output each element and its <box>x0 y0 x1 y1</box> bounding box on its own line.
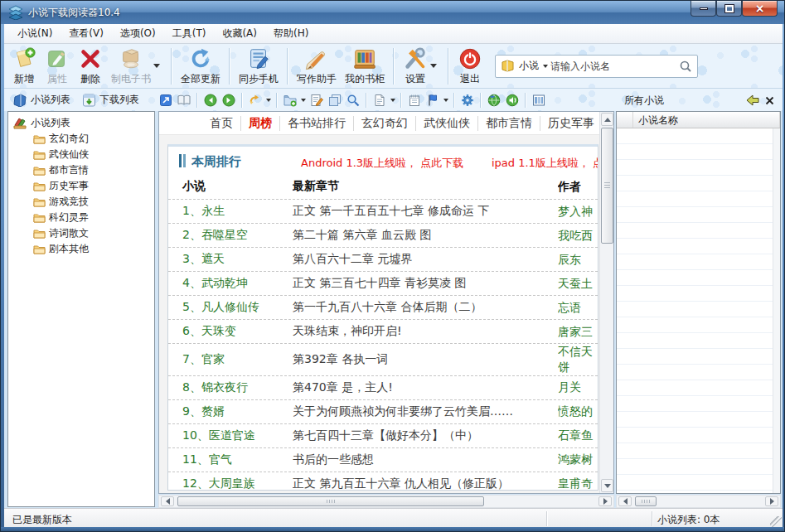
site-nav-link[interactable]: 玄幻奇幻 <box>353 116 415 131</box>
panel-horizontal-scroll-thumb[interactable] <box>635 496 657 506</box>
maximize-button[interactable] <box>716 1 742 17</box>
add-folder-dropdown-icon[interactable] <box>301 99 306 102</box>
author-link[interactable]: 鸿蒙树 <box>558 452 593 466</box>
read-book-button[interactable] <box>175 91 193 109</box>
settings-button[interactable]: 设置 <box>399 45 443 88</box>
novel-name-link[interactable]: 大周皇族 <box>209 476 255 490</box>
audio-button[interactable] <box>503 91 521 109</box>
resize-grip[interactable] <box>770 516 782 528</box>
delete-button[interactable]: 删除 <box>74 45 107 88</box>
panel-horizontal-scrollbar[interactable] <box>616 495 781 508</box>
latest-chapter-link[interactable]: 第八百六十二章 元墟界 <box>293 252 412 265</box>
search-category-dropdown-icon[interactable] <box>543 65 548 68</box>
exit-button[interactable]: 退出 <box>453 45 487 88</box>
tab-download-list[interactable]: 下载列表 <box>76 90 145 109</box>
tree-category[interactable]: 游戏竞技 <box>8 194 154 210</box>
options-button[interactable] <box>458 91 477 109</box>
author-link[interactable]: 石章鱼 <box>558 428 593 442</box>
menu-item[interactable]: 选项(O) <box>112 24 164 43</box>
search-icon[interactable] <box>679 60 692 73</box>
latest-chapter-link[interactable]: 第七百四十三章【做好本分】（中） <box>293 428 478 442</box>
website-button[interactable] <box>485 91 503 109</box>
settings-dropdown-icon[interactable] <box>430 64 437 68</box>
author-link[interactable]: 辰东 <box>558 253 581 266</box>
author-link[interactable]: 唐家三 <box>558 325 593 338</box>
latest-chapter-link[interactable]: 第一千九百八十六章 合体后期（二） <box>293 300 482 313</box>
refresh-button[interactable] <box>246 91 264 109</box>
content-vertical-scrollbar[interactable] <box>599 112 613 493</box>
panel-vertical-scrollbar-track[interactable] <box>773 128 780 493</box>
flag-dropdown-icon[interactable] <box>443 99 448 102</box>
make-ebook-dropdown-icon[interactable] <box>153 64 160 68</box>
tree-category[interactable]: 诗词散文 <box>8 225 154 241</box>
novel-list-selector-column-header[interactable] <box>617 112 633 128</box>
author-link[interactable]: 忘语 <box>558 301 581 314</box>
latest-chapter-link[interactable]: 正文 第一千五百五十七章 修成命运 下 <box>293 204 489 217</box>
latest-chapter-link[interactable]: 正文 第三百七十四章 青衫莫凌 图 <box>293 276 466 289</box>
make-ebook-button[interactable]: 制电子书 <box>107 45 167 88</box>
author-link[interactable]: 愤怒的 <box>558 404 593 418</box>
sync-phone-button[interactable]: 同步手机 <box>235 45 283 88</box>
my-bookshelf-button[interactable]: 我的书柜 <box>341 45 389 88</box>
scroll-up-button[interactable] <box>601 113 613 126</box>
horizontal-scroll-thumb[interactable] <box>177 496 484 506</box>
title-bar[interactable]: 小说下载阅读器10.4 × <box>1 1 785 24</box>
search-input[interactable] <box>550 60 679 72</box>
latest-chapter-link[interactable]: 正文 第九百五十六章 仇人相见（修正版） <box>293 476 509 490</box>
novel-name-link[interactable]: 凡人修仙传 <box>201 300 259 313</box>
scroll-right-button[interactable] <box>598 496 612 506</box>
edit-document-button[interactable] <box>308 91 326 109</box>
site-nav-link[interactable]: 周榜 <box>240 116 279 131</box>
author-link[interactable]: 不信天饼 <box>558 345 593 374</box>
author-link[interactable]: 月关 <box>558 380 581 394</box>
find-button[interactable] <box>344 91 362 109</box>
back-button[interactable] <box>201 91 220 109</box>
site-nav-link[interactable]: 武侠仙侠 <box>415 116 477 131</box>
document-button[interactable] <box>371 91 389 109</box>
novel-name-link[interactable]: 永生 <box>201 204 225 217</box>
novel-name-link[interactable]: 天珠变 <box>201 324 236 337</box>
tree-category[interactable]: 玄幻奇幻 <box>8 131 154 147</box>
add-folder-button[interactable] <box>281 91 299 109</box>
vertical-scroll-thumb[interactable] <box>601 128 613 244</box>
flag-button[interactable] <box>424 91 442 109</box>
new-button[interactable]: 新增 <box>7 45 41 88</box>
menu-item[interactable]: 工具(T) <box>164 24 215 43</box>
novel-list-empty-area[interactable] <box>617 128 780 493</box>
site-nav-link[interactable]: 历史军事 <box>540 116 599 131</box>
novel-name-link[interactable]: 官家 <box>201 352 225 365</box>
android-download-link[interactable]: Android 1.3版上线啦， 点此下载 <box>301 156 463 171</box>
content-horizontal-scrollbar[interactable] <box>158 495 614 508</box>
novel-name-link[interactable]: 武动乾坤 <box>201 276 248 289</box>
document-dropdown-icon[interactable] <box>390 99 395 102</box>
novel-name-link[interactable]: 赘婿 <box>201 404 225 418</box>
notepad-button[interactable] <box>405 91 424 109</box>
novel-name-column-header[interactable]: 小说名称 <box>633 112 780 128</box>
refresh-dropdown-icon[interactable] <box>266 99 271 102</box>
novel-name-link[interactable]: 遮天 <box>201 252 225 265</box>
latest-chapter-link[interactable]: 第二十篇 第六章 血云殿 图 <box>293 228 431 241</box>
site-nav-link[interactable]: 各书站排行 <box>279 116 353 131</box>
tree-category[interactable]: 剧本其他 <box>8 241 154 257</box>
menu-item[interactable]: 小说(N) <box>9 24 61 43</box>
latest-chapter-link[interactable]: 书后的一些感想 <box>293 452 374 466</box>
collapse-panel-button[interactable] <box>744 93 761 108</box>
site-nav-link[interactable]: 都市言情 <box>477 116 540 131</box>
author-link[interactable]: 梦入神 <box>558 205 593 218</box>
novel-name-link[interactable]: 官气 <box>209 452 232 466</box>
tree-root-novel-list[interactable]: 小说列表 <box>8 115 154 131</box>
minimize-button[interactable] <box>691 1 716 17</box>
ipad-download-link[interactable]: ipad 1.1版上线啦， 点此 <box>492 156 598 171</box>
latest-chapter-link[interactable]: 第392章 各执一词 <box>293 352 388 365</box>
writing-helper-button[interactable]: 写作助手 <box>293 45 341 88</box>
author-link[interactable]: 我吃西 <box>558 229 593 242</box>
author-link[interactable]: 天蚕土 <box>558 277 593 290</box>
open-in-browser-button[interactable] <box>157 91 175 109</box>
menu-item[interactable]: 收藏(A) <box>214 24 265 43</box>
latest-chapter-link[interactable]: 关于为何顾燕祯为何非要绑了云竹美眉…… <box>293 404 513 418</box>
menu-item[interactable]: 查看(V) <box>61 24 112 43</box>
tree-category[interactable]: 历史军事 <box>8 178 154 194</box>
panel-scroll-left-button[interactable] <box>618 496 632 506</box>
scroll-left-button[interactable] <box>161 496 174 506</box>
panel-scroll-right-button[interactable] <box>765 496 778 506</box>
